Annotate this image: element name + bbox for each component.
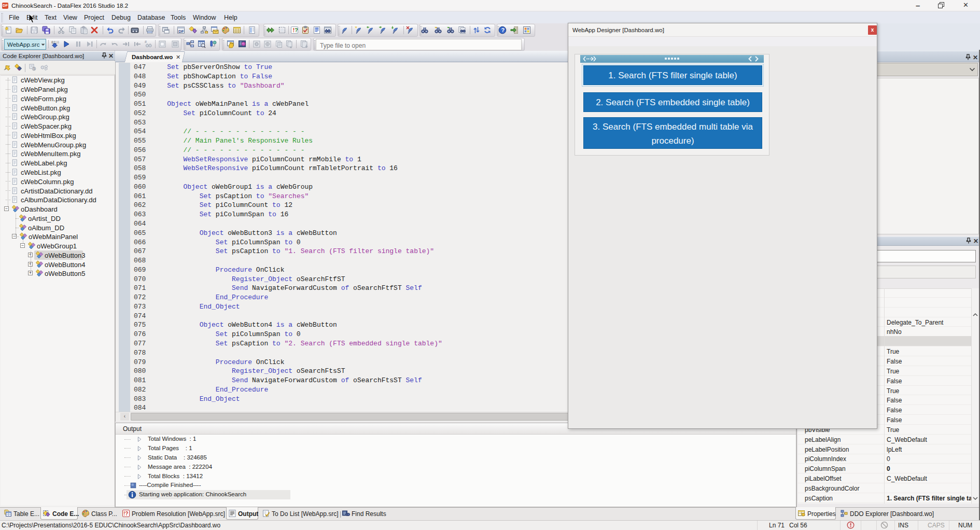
svg-text:5: 5 <box>33 67 35 71</box>
svg-text:?: ? <box>501 27 505 33</box>
svg-text:DF: DF <box>178 29 184 34</box>
svg-text:#: # <box>145 40 147 44</box>
svg-text:!?: !? <box>123 511 128 517</box>
svg-text:?: ? <box>295 27 298 33</box>
